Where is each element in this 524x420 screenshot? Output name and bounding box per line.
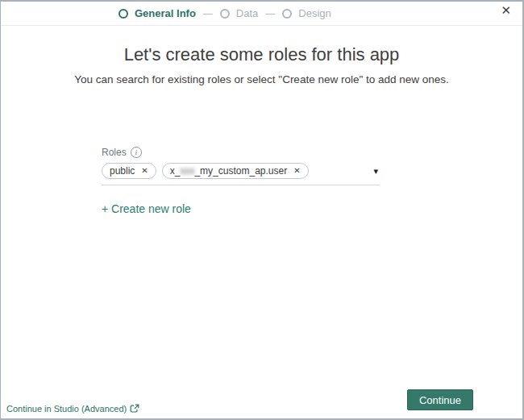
stepper-step-design[interactable]: Design [282,7,331,19]
step-circle-icon [220,9,230,19]
roles-select-field[interactable]: public ✕ x_xxx_my_custom_ap.user ✕ ▾ [102,163,380,185]
stepper-step-general-info[interactable]: General Info [119,7,196,19]
info-icon[interactable]: i [131,147,142,158]
page-title: Let's create some roles for this app [1,43,522,66]
stepper-step-data[interactable]: Data [220,7,258,19]
remove-chip-icon[interactable]: ✕ [293,167,300,175]
step-circle-icon [282,9,292,19]
wizard-header: General Info — Data — Design ✕ [1,2,522,26]
chevron-down-icon[interactable]: ▾ [373,166,378,177]
create-new-role-link[interactable]: + Create new role [102,202,191,215]
role-chip-label: x_xxx_my_custom_ap.user [170,165,287,177]
remove-chip-icon[interactable]: ✕ [141,167,148,175]
continue-button[interactable]: Continue [407,389,473,410]
roles-field-label-row: Roles i [102,147,380,158]
step-label: Design [298,7,331,19]
close-button[interactable]: ✕ [497,2,514,18]
role-chip-label: public [110,165,135,177]
step-separator: — [203,8,213,19]
wizard-stepper: General Info — Data — Design [119,2,331,25]
page-subtitle: You can search for existing roles or sel… [1,73,522,85]
roles-form-block: Roles i public ✕ x_xxx_my_custom_ap.user… [102,147,380,216]
step-separator: — [265,8,275,19]
continue-in-studio-label: Continue in Studio (Advanced) [6,404,127,414]
roles-field-label: Roles [102,147,127,158]
step-label: General Info [135,7,196,19]
continue-in-studio-link[interactable]: Continue in Studio (Advanced) [6,404,139,414]
redacted-text: xxx [180,165,194,177]
external-link-icon [130,404,139,414]
role-chip: x_xxx_my_custom_ap.user ✕ [162,163,309,179]
close-icon: ✕ [501,3,511,17]
role-chip: public ✕ [102,163,156,179]
create-app-wizard-dialog: General Info — Data — Design ✕ Let's cre… [0,0,524,420]
step-circle-icon [119,9,128,19]
step-label: Data [236,7,258,19]
